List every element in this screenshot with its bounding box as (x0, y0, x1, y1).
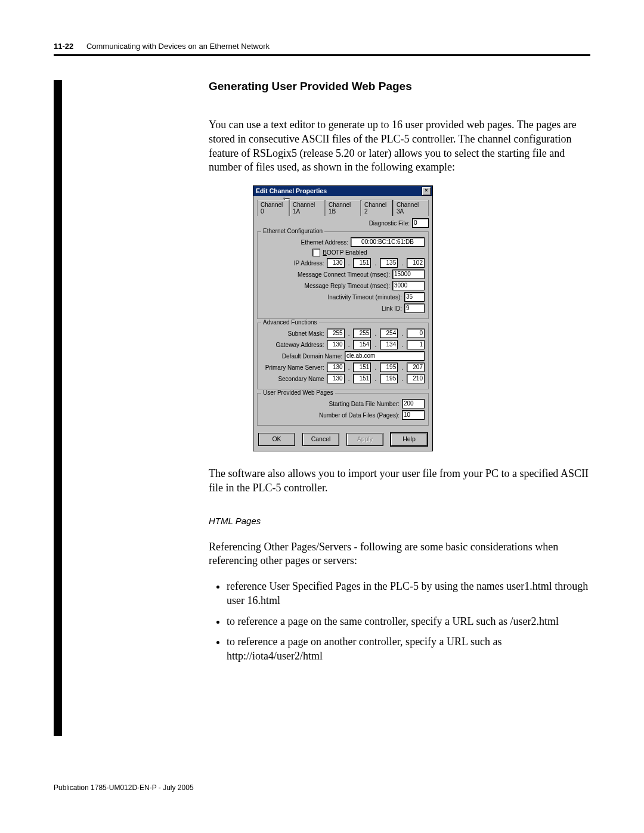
domain-label: Default Domain Name: (282, 353, 342, 360)
tab-channel-1a[interactable]: Channel 1A (289, 200, 325, 216)
pns-2[interactable]: 151 (353, 363, 371, 372)
sns-1[interactable]: 130 (327, 374, 345, 383)
linkid-label: Link ID: (382, 305, 402, 312)
gw-2[interactable]: 154 (353, 340, 371, 349)
tab-channel-1b[interactable]: Channel 1B (325, 200, 361, 216)
pns-4[interactable]: 207 (407, 363, 425, 372)
header-rule (54, 54, 590, 56)
running-title: Communicating with Devices on an Etherne… (86, 42, 270, 51)
gw-1[interactable]: 130 (327, 340, 345, 349)
ethernet-config-group: Ethernet Configuration Ethernet Address:… (257, 231, 429, 319)
count-file-input[interactable]: 10 (402, 410, 425, 420)
tab-channel-2[interactable]: Channel 2 (361, 200, 393, 216)
diagnostic-file-label: Diagnostic File: (369, 220, 410, 227)
inactivity-input[interactable]: 35 (404, 292, 425, 302)
html-pages-subhead: HTML Pages (209, 516, 590, 526)
gateway-label: Gateway Address: (276, 342, 324, 348)
inactivity-label: Inactivity Timeout (minutes): (328, 294, 402, 301)
subnet-3[interactable]: 254 (380, 329, 398, 338)
sns-3[interactable]: 195 (380, 374, 398, 383)
user-web-group: User Provided Web Pages Starting Data Fi… (257, 393, 429, 426)
tab-channel-0[interactable]: Channel 0 (257, 200, 289, 216)
start-file-label: Starting Data File Number: (329, 401, 400, 407)
ip-octet-2[interactable]: 151 (353, 258, 371, 268)
tab-channel-3a[interactable]: Channel 3A (393, 200, 429, 216)
tabs-row: ➤ Channel 0 Channel 1A Channel 1B Channe… (257, 200, 429, 216)
msg-connect-input[interactable]: 15000 (392, 270, 425, 279)
publication-footer: Publication 1785-UM012D-EN-P - July 2005 (54, 784, 590, 792)
advanced-legend: Advanced Functions (261, 319, 319, 326)
sns-4[interactable]: 210 (407, 374, 425, 383)
diagnostic-file-input[interactable]: 0 (412, 218, 429, 228)
pns-3[interactable]: 195 (380, 363, 398, 372)
subnet-1[interactable]: 255 (327, 329, 345, 338)
subnet-4[interactable]: 0 (407, 329, 425, 338)
msg-reply-label: Message Reply Timeout (msec): (305, 283, 390, 289)
ip-octet-4[interactable]: 102 (407, 258, 425, 268)
apply-button[interactable]: Apply (346, 433, 383, 446)
advanced-functions-group: Advanced Functions Subnet Mask: 255. 255… (257, 323, 429, 389)
ip-octet-3[interactable]: 135 (380, 258, 398, 268)
msg-connect-label: Message Connect Timeout (msec): (298, 271, 390, 278)
page-header: 11-22 Communicating with Devices on an E… (54, 42, 590, 51)
ip-octet-1[interactable]: 130 (327, 258, 345, 268)
ethernet-address-input[interactable]: 00:00:BC:1C:61:DB (351, 237, 425, 247)
list-item: reference User Specified Pages in the PL… (227, 579, 590, 608)
ip-label: IP Address: (294, 260, 324, 267)
after-dialog-paragraph: The software also allows you to import y… (209, 467, 590, 496)
msg-reply-input[interactable]: 3000 (392, 281, 425, 290)
gw-4[interactable]: 1 (407, 340, 425, 349)
ok-button[interactable]: OK (258, 433, 295, 446)
subnet-label: Subnet Mask: (288, 330, 324, 337)
page: 11-22 Communicating with Devices on an E… (0, 0, 644, 828)
ethernet-legend: Ethernet Configuration (261, 228, 324, 234)
cancel-button[interactable]: Cancel (302, 433, 339, 446)
left-black-bar (54, 80, 62, 736)
bullet-list: reference User Specified Pages in the PL… (227, 579, 590, 663)
start-file-input[interactable]: 200 (402, 399, 425, 408)
sns-2[interactable]: 151 (353, 374, 371, 383)
dialog-title: Edit Channel Properties (256, 186, 327, 196)
close-icon[interactable]: × (422, 187, 431, 196)
subnet-2[interactable]: 255 (353, 329, 371, 338)
pns-label: Primary Name Server: (265, 364, 324, 371)
bootp-checkbox[interactable] (312, 249, 320, 256)
section-heading: Generating User Provided Web Pages (209, 80, 590, 93)
sns-label: Secondary Name (278, 376, 324, 382)
domain-input[interactable]: cle.ab.com (345, 351, 425, 361)
list-item: to reference a page on the same controll… (227, 614, 590, 628)
dialog-titlebar[interactable]: Edit Channel Properties × (253, 186, 432, 196)
pns-1[interactable]: 130 (327, 363, 345, 372)
intro-paragraph: You can use a text editor to generate up… (209, 118, 590, 175)
ethernet-address-label: Ethernet Address: (301, 239, 349, 246)
edit-channel-properties-dialog: Edit Channel Properties × ➤ Channel 0 Ch… (253, 185, 433, 451)
linkid-input[interactable]: 9 (404, 304, 425, 313)
list-item: to reference a page on another controlle… (227, 634, 590, 664)
bootp-label: BOOTP Enabled (323, 249, 367, 256)
page-number: 11-22 (54, 42, 73, 51)
userweb-legend: User Provided Web Pages (261, 389, 335, 396)
referencing-paragraph: Referencing Other Pages/Servers - follow… (209, 540, 590, 569)
count-file-label: Number of Data Files (Pages): (319, 412, 400, 419)
help-button[interactable]: Help (391, 433, 428, 446)
gw-3[interactable]: 134 (380, 340, 398, 349)
